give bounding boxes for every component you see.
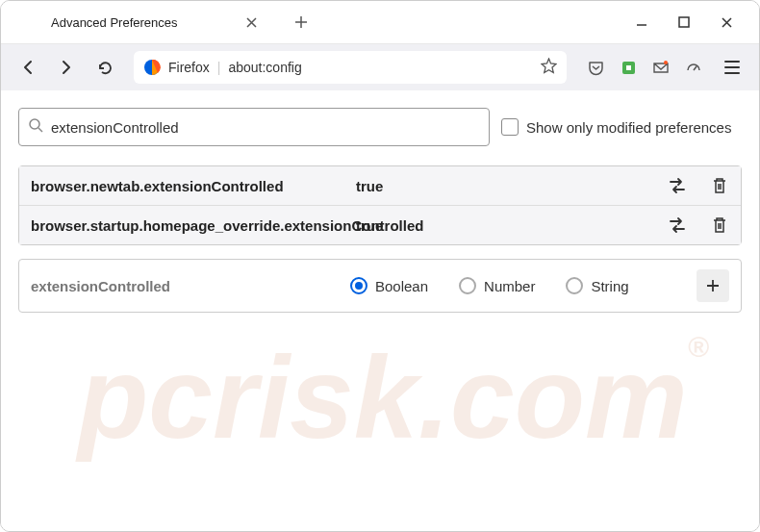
close-window-button[interactable] (717, 13, 736, 32)
search-row: Show only modified preferences (18, 108, 742, 146)
toggle-icon[interactable] (668, 215, 687, 235)
radio-label: String (591, 278, 628, 294)
toolbar-icons (580, 58, 709, 77)
delete-icon[interactable] (710, 176, 729, 195)
svg-point-4 (30, 119, 39, 129)
radio-label: Number (484, 278, 535, 294)
menu-button[interactable] (717, 52, 747, 83)
table-row: browser.newtab.extensionControlled true (19, 166, 741, 206)
checkbox-icon[interactable] (501, 118, 519, 136)
pref-value: true (356, 217, 660, 234)
pref-actions (668, 215, 729, 235)
checkbox-label: Show only modified preferences (526, 119, 731, 136)
modified-only-checkbox[interactable]: Show only modified preferences (501, 118, 731, 136)
radio-icon (459, 277, 476, 294)
radio-boolean[interactable]: Boolean (350, 277, 428, 294)
search-icon (29, 118, 43, 137)
url-bar[interactable]: Firefox | about:config (134, 51, 567, 84)
tab-title: Advanced Preferences (51, 15, 236, 30)
browser-window: Advanced Preferences (0, 0, 760, 532)
type-radio-group: Boolean Number String (350, 277, 685, 294)
browser-tab[interactable]: Advanced Preferences (39, 5, 270, 39)
delete-icon[interactable] (710, 215, 729, 235)
add-button[interactable] (697, 269, 729, 302)
radio-number[interactable]: Number (459, 277, 535, 294)
titlebar: Advanced Preferences (1, 1, 759, 44)
new-preference-row: extensionControlled Boolean Number Strin… (18, 259, 742, 313)
pref-value: true (356, 178, 660, 194)
url-brand-label: Firefox (168, 60, 210, 75)
back-button[interactable] (13, 52, 43, 83)
toggle-icon[interactable] (668, 176, 687, 195)
search-input[interactable] (51, 119, 479, 136)
pref-actions (668, 176, 729, 195)
reload-button[interactable] (89, 52, 120, 83)
firefox-icon (143, 59, 161, 76)
nav-toolbar: Firefox | about:config (1, 44, 759, 90)
radio-label: Boolean (375, 278, 428, 294)
extension-icon[interactable] (619, 58, 638, 77)
minimize-button[interactable] (632, 13, 651, 32)
svg-rect-0 (679, 17, 689, 27)
url-text: about:config (228, 60, 533, 75)
new-tab-button[interactable] (288, 12, 315, 34)
pref-name: browser.newtab.extensionControlled (31, 178, 348, 194)
forward-button[interactable] (51, 52, 82, 83)
pocket-icon[interactable] (586, 58, 605, 77)
new-pref-name: extensionControlled (31, 278, 339, 294)
dashboard-icon[interactable] (684, 58, 703, 77)
mail-icon[interactable] (651, 58, 671, 77)
svg-point-3 (664, 61, 668, 64)
radio-icon (566, 277, 583, 294)
radio-string[interactable]: String (566, 277, 628, 294)
search-box[interactable] (18, 108, 490, 146)
content-area: pcrisk.com® Show only modified preferenc… (1, 90, 759, 531)
window-controls (632, 13, 759, 32)
bookmark-star-icon[interactable] (541, 58, 557, 78)
preferences-list: browser.newtab.extensionControlled true … (18, 165, 742, 245)
url-divider: | (217, 60, 221, 75)
maximize-button[interactable] (674, 13, 694, 32)
pref-name: browser.startup.homepage_override.extens… (31, 217, 348, 234)
watermark: pcrisk.com® (78, 331, 721, 464)
table-row: browser.startup.homepage_override.extens… (19, 206, 741, 244)
radio-icon (350, 277, 367, 294)
close-tab-icon[interactable] (243, 14, 259, 30)
